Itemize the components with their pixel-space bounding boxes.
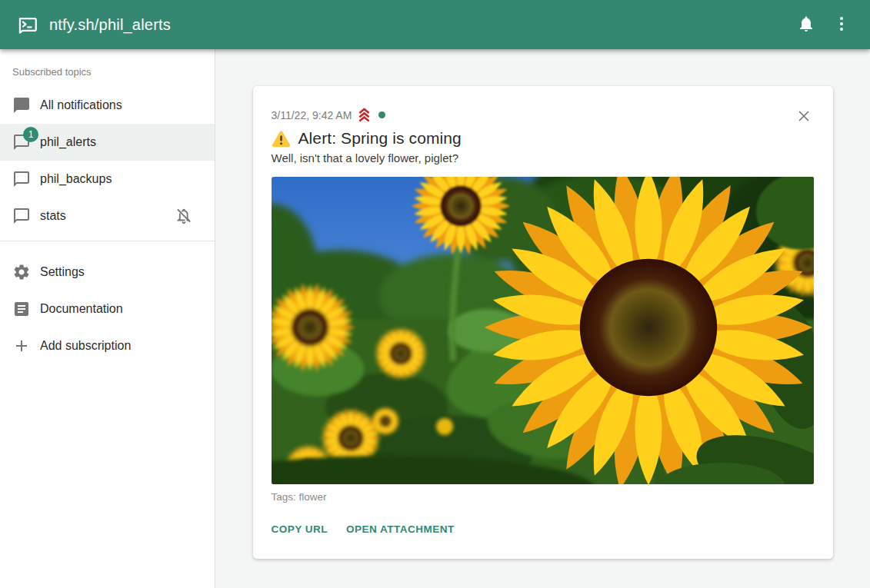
notification-actions: COPY URL OPEN ATTACHMENT (265, 518, 815, 540)
triple-chevron-up-red-icon (356, 107, 372, 123)
sidebar-item-add-subscription[interactable]: Add subscription (0, 327, 215, 364)
sidebar-actions: Settings Documentation Add subscription (0, 247, 215, 364)
attachment-image[interactable] (272, 177, 814, 484)
notification-body: Well, isn't that a lovely flower, piglet… (272, 151, 815, 164)
sidebar-item-settings[interactable]: Settings (0, 254, 215, 291)
sidebar-item-label: Add subscription (40, 339, 131, 353)
notification-card: 3/11/22, 9:42 AM (253, 86, 833, 559)
sidebar-item-label: Settings (40, 265, 85, 279)
sidebar-item-stats[interactable]: stats (0, 198, 215, 234)
notifications-off-icon (175, 207, 193, 225)
sidebar: Subscribed topics All notifications 1 ph (0, 49, 215, 588)
sidebar-subheader: Subscribed topics (0, 49, 215, 87)
notification-title: Alert: Spring is coming (298, 129, 462, 148)
notification-meta: 3/11/22, 9:42 AM (272, 107, 815, 123)
close-notification-button[interactable] (790, 103, 818, 131)
ntfy-terminal-bubble-icon (17, 15, 38, 35)
notification-tags: Tags: flower (272, 491, 815, 503)
sidebar-item-label: phil_alerts (40, 135, 96, 149)
chat-bubble-outline-icon (12, 170, 31, 188)
sidebar-item-label: Documentation (40, 302, 123, 316)
unread-dot (378, 111, 385, 118)
chat-bubble-outline-icon (12, 207, 31, 225)
copy-url-button[interactable]: COPY URL (265, 518, 335, 540)
sidebar-item-phil-alerts[interactable]: 1 phil_alerts (0, 124, 215, 161)
sidebar-item-label: All notifications (40, 98, 122, 112)
kebab-menu-icon (832, 15, 851, 35)
notifications-bell-button[interactable] (788, 7, 824, 42)
chat-bubble-filled-icon (12, 96, 31, 115)
notification-title-row: Alert: Spring is coming (272, 129, 815, 148)
app-bar: ntfy.sh/phil_alerts (0, 0, 870, 49)
notifications-icon (797, 15, 815, 35)
overflow-menu-button[interactable] (824, 7, 859, 42)
close-x-icon (795, 108, 812, 127)
sidebar-item-phil-backups[interactable]: phil_backups (0, 161, 215, 198)
sidebar-item-all-notifications[interactable]: All notifications (0, 87, 215, 124)
sidebar-item-label: stats (40, 209, 66, 223)
article-icon (12, 300, 31, 318)
app-title: ntfy.sh/phil_alerts (49, 16, 171, 34)
plus-icon (12, 337, 31, 355)
sidebar-item-documentation[interactable]: Documentation (0, 291, 215, 327)
notification-timestamp: 3/11/22, 9:42 AM (272, 109, 352, 121)
warning-emoji-icon (272, 130, 291, 148)
sidebar-item-label: phil_backups (40, 172, 112, 186)
gear-icon (12, 263, 31, 281)
topic-list: All notifications 1 phil_alerts phil_b (0, 87, 215, 234)
open-attachment-button[interactable]: OPEN ATTACHMENT (340, 518, 461, 540)
sidebar-divider (0, 241, 215, 241)
chat-bubble-outline-icon: 1 (12, 133, 31, 151)
unread-count-badge: 1 (23, 127, 38, 142)
content-area: 3/11/22, 9:42 AM (215, 49, 870, 588)
sunflower-photo (272, 177, 814, 484)
